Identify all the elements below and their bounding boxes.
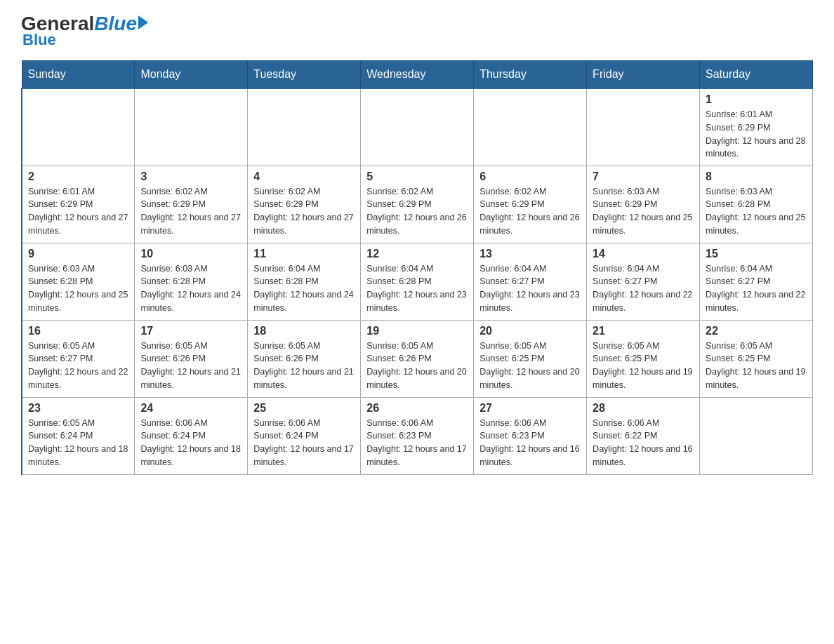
day-info: Sunrise: 6:05 AMSunset: 6:25 PMDaylight:… <box>706 340 807 392</box>
calendar-cell <box>474 88 587 166</box>
day-number: 12 <box>366 248 468 260</box>
day-number: 8 <box>706 170 807 183</box>
page-header: General Blue Blue <box>21 14 813 49</box>
calendar-cell <box>361 88 474 166</box>
day-number: 17 <box>140 325 241 337</box>
day-number: 9 <box>28 248 128 260</box>
calendar-cell: 21Sunrise: 6:05 AMSunset: 6:25 PMDayligh… <box>587 320 700 397</box>
calendar-cell: 19Sunrise: 6:05 AMSunset: 6:26 PMDayligh… <box>361 320 474 397</box>
day-number: 7 <box>593 170 694 183</box>
logo-blue-text: Blue <box>94 14 137 34</box>
day-info: Sunrise: 6:05 AMSunset: 6:25 PMDaylight:… <box>593 340 694 392</box>
weekday-header-sunday: Sunday <box>22 61 135 89</box>
calendar-cell: 1Sunrise: 6:01 AMSunset: 6:29 PMDaylight… <box>700 88 813 166</box>
calendar-cell <box>248 88 361 166</box>
weekday-header-friday: Friday <box>587 61 700 89</box>
day-number: 4 <box>253 170 355 183</box>
day-info: Sunrise: 6:01 AMSunset: 6:29 PMDaylight:… <box>706 108 807 161</box>
weekday-header-wednesday: Wednesday <box>361 61 474 89</box>
day-info: Sunrise: 6:06 AMSunset: 6:22 PMDaylight:… <box>593 417 694 469</box>
weekday-header-thursday: Thursday <box>474 61 587 89</box>
calendar-cell: 18Sunrise: 6:05 AMSunset: 6:26 PMDayligh… <box>248 320 361 397</box>
day-number: 22 <box>706 325 807 337</box>
day-info: Sunrise: 6:06 AMSunset: 6:23 PMDaylight:… <box>479 417 581 469</box>
calendar-cell <box>700 397 813 474</box>
day-number: 6 <box>479 170 581 183</box>
calendar-cell: 2Sunrise: 6:01 AMSunset: 6:29 PMDaylight… <box>22 166 135 243</box>
day-number: 2 <box>28 170 128 183</box>
day-number: 13 <box>479 248 581 260</box>
calendar-cell <box>22 88 135 166</box>
calendar-cell: 23Sunrise: 6:05 AMSunset: 6:24 PMDayligh… <box>22 397 135 474</box>
day-info: Sunrise: 6:04 AMSunset: 6:27 PMDaylight:… <box>593 262 694 315</box>
day-number: 19 <box>366 325 468 337</box>
day-info: Sunrise: 6:05 AMSunset: 6:26 PMDaylight:… <box>253 340 355 392</box>
calendar-cell: 24Sunrise: 6:06 AMSunset: 6:24 PMDayligh… <box>135 397 248 474</box>
day-number: 14 <box>593 248 694 260</box>
calendar-cell: 9Sunrise: 6:03 AMSunset: 6:28 PMDaylight… <box>22 243 135 320</box>
logo-subline: Blue <box>22 31 56 49</box>
day-info: Sunrise: 6:02 AMSunset: 6:29 PMDaylight:… <box>366 185 468 238</box>
calendar-cell: 14Sunrise: 6:04 AMSunset: 6:27 PMDayligh… <box>587 243 700 320</box>
weekday-header-row: SundayMondayTuesdayWednesdayThursdayFrid… <box>22 61 813 89</box>
calendar-cell: 28Sunrise: 6:06 AMSunset: 6:22 PMDayligh… <box>587 397 700 474</box>
day-number: 21 <box>593 325 694 337</box>
day-info: Sunrise: 6:01 AMSunset: 6:29 PMDaylight:… <box>28 185 128 238</box>
calendar-cell: 25Sunrise: 6:06 AMSunset: 6:24 PMDayligh… <box>248 397 361 474</box>
calendar-cell: 4Sunrise: 6:02 AMSunset: 6:29 PMDaylight… <box>248 166 361 243</box>
day-number: 5 <box>366 170 468 183</box>
logo-arrow-icon <box>138 15 148 29</box>
calendar-cell: 20Sunrise: 6:05 AMSunset: 6:25 PMDayligh… <box>474 320 587 397</box>
calendar-cell: 17Sunrise: 6:05 AMSunset: 6:26 PMDayligh… <box>135 320 248 397</box>
calendar-cell: 22Sunrise: 6:05 AMSunset: 6:25 PMDayligh… <box>700 320 813 397</box>
day-info: Sunrise: 6:03 AMSunset: 6:29 PMDaylight:… <box>593 185 694 238</box>
week-row-1: 1Sunrise: 6:01 AMSunset: 6:29 PMDaylight… <box>22 88 813 166</box>
day-info: Sunrise: 6:06 AMSunset: 6:24 PMDaylight:… <box>253 417 355 469</box>
calendar-cell: 6Sunrise: 6:02 AMSunset: 6:29 PMDaylight… <box>474 166 587 243</box>
day-info: Sunrise: 6:03 AMSunset: 6:28 PMDaylight:… <box>140 262 241 315</box>
day-info: Sunrise: 6:04 AMSunset: 6:27 PMDaylight:… <box>479 262 581 315</box>
calendar-cell: 27Sunrise: 6:06 AMSunset: 6:23 PMDayligh… <box>474 397 587 474</box>
day-info: Sunrise: 6:05 AMSunset: 6:26 PMDaylight:… <box>140 340 241 392</box>
calendar-cell: 26Sunrise: 6:06 AMSunset: 6:23 PMDayligh… <box>361 397 474 474</box>
calendar-cell: 8Sunrise: 6:03 AMSunset: 6:28 PMDaylight… <box>700 166 813 243</box>
calendar-cell: 16Sunrise: 6:05 AMSunset: 6:27 PMDayligh… <box>22 320 135 397</box>
calendar-cell: 13Sunrise: 6:04 AMSunset: 6:27 PMDayligh… <box>474 243 587 320</box>
day-number: 28 <box>593 402 694 415</box>
week-row-3: 9Sunrise: 6:03 AMSunset: 6:28 PMDaylight… <box>22 243 813 320</box>
day-number: 23 <box>28 402 128 415</box>
day-info: Sunrise: 6:05 AMSunset: 6:26 PMDaylight:… <box>366 340 468 392</box>
day-number: 10 <box>140 248 241 260</box>
day-info: Sunrise: 6:05 AMSunset: 6:27 PMDaylight:… <box>28 340 128 392</box>
calendar-cell: 11Sunrise: 6:04 AMSunset: 6:28 PMDayligh… <box>248 243 361 320</box>
day-number: 3 <box>140 170 241 183</box>
day-number: 25 <box>253 402 355 415</box>
calendar-cell: 10Sunrise: 6:03 AMSunset: 6:28 PMDayligh… <box>135 243 248 320</box>
day-info: Sunrise: 6:05 AMSunset: 6:25 PMDaylight:… <box>479 340 581 392</box>
day-info: Sunrise: 6:03 AMSunset: 6:28 PMDaylight:… <box>28 262 128 315</box>
weekday-header-saturday: Saturday <box>700 61 813 89</box>
logo: General Blue Blue <box>21 14 148 49</box>
week-row-2: 2Sunrise: 6:01 AMSunset: 6:29 PMDaylight… <box>22 166 813 243</box>
weekday-header-monday: Monday <box>135 61 248 89</box>
day-number: 26 <box>366 402 468 415</box>
day-number: 15 <box>706 248 807 260</box>
day-number: 24 <box>140 402 241 415</box>
day-info: Sunrise: 6:06 AMSunset: 6:23 PMDaylight:… <box>366 417 468 469</box>
week-row-4: 16Sunrise: 6:05 AMSunset: 6:27 PMDayligh… <box>22 320 813 397</box>
calendar-cell: 15Sunrise: 6:04 AMSunset: 6:27 PMDayligh… <box>700 243 813 320</box>
day-info: Sunrise: 6:02 AMSunset: 6:29 PMDaylight:… <box>479 185 581 238</box>
day-info: Sunrise: 6:02 AMSunset: 6:29 PMDaylight:… <box>140 185 241 238</box>
calendar-cell <box>135 88 248 166</box>
calendar-cell: 3Sunrise: 6:02 AMSunset: 6:29 PMDaylight… <box>135 166 248 243</box>
calendar-table: SundayMondayTuesdayWednesdayThursdayFrid… <box>21 60 813 475</box>
day-number: 27 <box>479 402 581 415</box>
day-number: 16 <box>28 325 128 337</box>
day-info: Sunrise: 6:04 AMSunset: 6:27 PMDaylight:… <box>706 262 807 315</box>
calendar-cell <box>587 88 700 166</box>
day-number: 1 <box>706 93 807 106</box>
calendar-cell: 12Sunrise: 6:04 AMSunset: 6:28 PMDayligh… <box>361 243 474 320</box>
day-info: Sunrise: 6:04 AMSunset: 6:28 PMDaylight:… <box>366 262 468 315</box>
calendar-cell: 5Sunrise: 6:02 AMSunset: 6:29 PMDaylight… <box>361 166 474 243</box>
day-info: Sunrise: 6:03 AMSunset: 6:28 PMDaylight:… <box>706 185 807 238</box>
